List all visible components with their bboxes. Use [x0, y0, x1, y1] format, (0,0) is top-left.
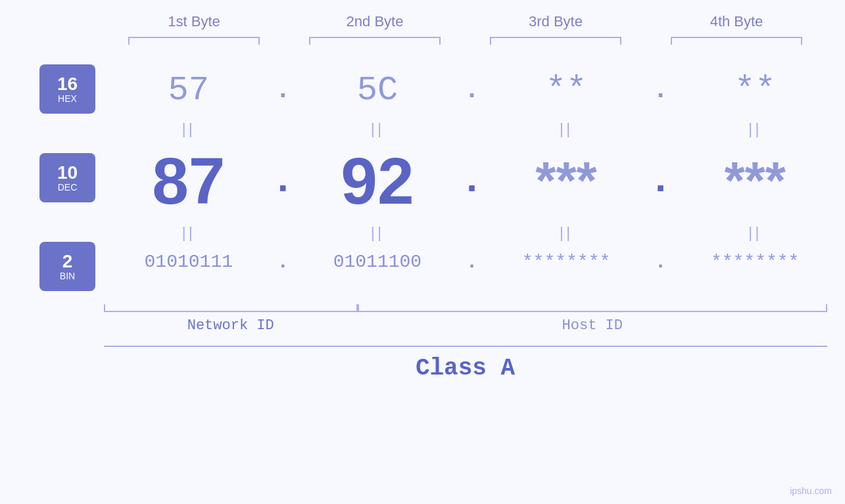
- dec-b1-cell: 87: [110, 148, 268, 214]
- eq2-b3: ||: [487, 223, 645, 242]
- bin-b4-value: ********: [711, 252, 799, 272]
- bottom-labels: Network ID Host ID: [104, 317, 827, 334]
- bin-number: 2: [62, 252, 73, 271]
- hex-name: HEX: [58, 93, 77, 104]
- hex-b4-value: **: [735, 71, 775, 110]
- bottom-section: Network ID Host ID: [104, 304, 827, 334]
- dec-b1-value: 87: [152, 144, 225, 218]
- hex-b2-cell: 5C: [299, 71, 456, 110]
- bracket-byte1: [128, 37, 260, 45]
- base-labels: 16 HEX 10 DEC 2 BIN: [28, 58, 107, 298]
- eq1-b2: ||: [299, 120, 456, 138]
- bin-b2-cell: 01011100: [299, 252, 456, 272]
- dec-row: 87 . 92 . *** . ***: [107, 141, 837, 220]
- eq1-b1: ||: [110, 120, 268, 138]
- dec-dot2: .: [462, 161, 481, 200]
- bin-dot1: .: [273, 252, 293, 272]
- bin-b1-value: 01010111: [145, 252, 233, 272]
- dec-dot1: .: [273, 161, 293, 200]
- class-line-wrapper: Class A: [104, 346, 827, 382]
- dec-b4-cell: ***: [676, 154, 834, 207]
- hex-b3-cell: **: [487, 71, 645, 110]
- bracket-byte3: [490, 37, 621, 45]
- byte1-header: 1st Byte: [115, 13, 273, 30]
- byte3-header: 3rd Byte: [477, 13, 635, 30]
- data-grid: 57 . 5C . ** . ** || ||: [107, 58, 837, 298]
- dec-b4-value: ***: [724, 151, 785, 210]
- equals-row-1: || || || ||: [107, 116, 837, 141]
- hex-b1-value: 57: [168, 71, 209, 110]
- dec-b3-cell: ***: [487, 154, 645, 207]
- byte2-header: 2nd Byte: [296, 13, 454, 30]
- hex-dot3: .: [651, 78, 671, 104]
- bin-b3-cell: ********: [487, 252, 645, 272]
- top-brackets: [104, 37, 827, 45]
- main-container: 1st Byte 2nd Byte 3rd Byte 4th Byte 16 H…: [0, 0, 845, 504]
- byte-headers: 1st Byte 2nd Byte 3rd Byte 4th Byte: [104, 13, 827, 30]
- hex-b2-value: 5C: [357, 71, 398, 110]
- bin-dot2: .: [462, 252, 481, 272]
- hex-dot1: .: [273, 78, 293, 104]
- eq2-b1: ||: [110, 223, 268, 242]
- host-id-label: Host ID: [358, 317, 827, 334]
- dec-badge: 10 DEC: [39, 153, 95, 202]
- dec-b3-value: ***: [535, 151, 596, 210]
- eq2-b4: ||: [676, 223, 834, 242]
- bin-badge: 2 BIN: [39, 242, 95, 291]
- dec-name: DEC: [58, 182, 78, 193]
- hex-number: 16: [57, 75, 78, 93]
- dec-b2-value: 92: [341, 144, 414, 218]
- byte4-header: 4th Byte: [658, 13, 815, 30]
- bin-row: 01010111 . 01011100 . ******** . *******…: [107, 245, 837, 285]
- hex-dot2: .: [462, 78, 481, 104]
- hex-badge: 16 HEX: [39, 64, 95, 114]
- eq2-b2: ||: [299, 223, 456, 242]
- eq1-b3: ||: [487, 120, 645, 138]
- hex-row: 57 . 5C . ** . **: [107, 58, 837, 116]
- eq1-b4: ||: [676, 120, 834, 138]
- host-bracket: [358, 304, 827, 312]
- class-divider: [104, 346, 827, 347]
- hex-b4-cell: **: [676, 71, 834, 110]
- network-id-label: Network ID: [104, 317, 358, 334]
- content-area: 16 HEX 10 DEC 2 BIN 57 . 5C: [28, 58, 837, 298]
- equals-row-2: || || || ||: [107, 220, 837, 245]
- dec-dot3: .: [651, 161, 671, 200]
- bin-b2-value: 01011100: [333, 252, 422, 272]
- hex-b1-cell: 57: [110, 71, 268, 110]
- dec-b2-cell: 92: [299, 148, 456, 214]
- bin-b4-cell: ********: [676, 252, 834, 272]
- bin-name: BIN: [60, 271, 75, 281]
- watermark: ipshu.com: [790, 486, 832, 496]
- dec-number: 10: [57, 164, 78, 182]
- class-label: Class A: [104, 355, 827, 382]
- bin-dot3: .: [651, 252, 671, 272]
- bin-b3-value: ********: [522, 252, 610, 272]
- hex-b3-value: **: [546, 71, 587, 110]
- bottom-brackets: [104, 304, 827, 312]
- network-bracket: [104, 304, 358, 312]
- bracket-byte2: [309, 37, 441, 45]
- bin-b1-cell: 01010111: [110, 252, 268, 272]
- bracket-byte4: [671, 37, 802, 45]
